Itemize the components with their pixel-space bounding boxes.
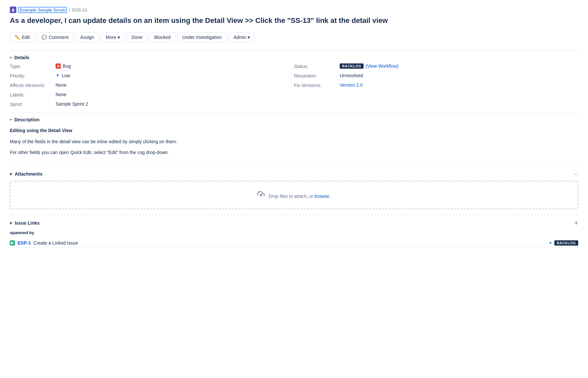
description-section-title: Description bbox=[14, 117, 40, 122]
details-left-col: Type: ■ Bug Priority: ▼ Low Affects Vers… bbox=[10, 63, 294, 107]
project-name-link[interactable]: Example Sample Scrum bbox=[18, 7, 67, 13]
type-value: ■ Bug bbox=[56, 63, 71, 69]
type-row: Type: ■ Bug bbox=[10, 63, 294, 69]
sprint-row: Sprint: Sample Sprint 2 bbox=[10, 101, 294, 107]
linked-issue-summary: Create a Linked Issue bbox=[33, 240, 546, 246]
svg-point-1 bbox=[12, 9, 14, 11]
sprint-label: Sprint: bbox=[10, 101, 56, 107]
breadcrumb-project: Example Sample Scrum bbox=[10, 7, 67, 13]
blocked-button[interactable]: Blocked bbox=[149, 32, 175, 42]
affects-version-label: Affects Version/s: bbox=[10, 82, 56, 88]
priority-value: ▼ Low bbox=[56, 73, 70, 78]
status-label: Status: bbox=[294, 63, 340, 69]
admin-button[interactable]: Admin ▾ bbox=[229, 32, 255, 42]
upload-cloud-icon bbox=[257, 191, 265, 199]
issue-links-section-header: ▾ Issue Links + bbox=[10, 215, 578, 230]
attachments-more-icon[interactable]: ··· bbox=[573, 171, 578, 178]
assign-button[interactable]: Assign bbox=[75, 32, 99, 42]
issue-title: As a developer, I can update details on … bbox=[10, 16, 451, 26]
labels-row: Labels: None bbox=[10, 92, 294, 97]
labels-value: None bbox=[56, 92, 66, 97]
priority-row: Priority: ▼ Low bbox=[10, 73, 294, 78]
details-grid: Type: ■ Bug Priority: ▼ Low Affects Vers… bbox=[10, 63, 578, 112]
issue-key-breadcrumb[interactable]: ESS-13 bbox=[72, 8, 87, 12]
edit-icon: ✏️ bbox=[15, 35, 20, 40]
affects-version-row: Affects Version/s: None bbox=[10, 82, 294, 88]
view-workflow-link[interactable]: (View Workflow) bbox=[366, 63, 399, 69]
status-row: Status: BACKLOG (View Workflow) bbox=[294, 63, 578, 69]
description-paragraph-1: Many of the fields in the detail view ca… bbox=[10, 138, 578, 145]
comment-icon: 💬 bbox=[41, 35, 47, 40]
admin-chevron-icon: ▾ bbox=[248, 35, 250, 40]
details-section: ▾ Details Type: ■ Bug Priority: ▼ Low Af… bbox=[10, 50, 578, 112]
description-chevron-icon: ▾ bbox=[10, 117, 12, 122]
done-button[interactable]: Done bbox=[127, 32, 147, 42]
project-avatar bbox=[10, 7, 16, 13]
resolution-row: Resolution: Unresolved bbox=[294, 73, 578, 78]
spawned-by-label: spawned by bbox=[10, 230, 578, 235]
resolution-value: Unresolved bbox=[340, 73, 363, 78]
status-badge: BACKLOG bbox=[340, 63, 364, 69]
linked-issue-status-badge: BACKLOG bbox=[554, 240, 578, 246]
issue-links-section: ▾ Issue Links + spawned by ▶ ESP-1 Creat… bbox=[10, 215, 578, 254]
browse-link[interactable]: browse bbox=[315, 194, 329, 199]
fix-version-row: Fix Version/s: Version 2.0 bbox=[294, 82, 578, 88]
linked-issue-status: ▼ BACKLOG bbox=[548, 240, 578, 246]
fix-version-value[interactable]: Version 2.0 bbox=[340, 82, 363, 88]
linked-issue-row: ▶ ESP-1 Create a Linked Issue ▼ BACKLOG bbox=[10, 238, 578, 248]
details-right-col: Status: BACKLOG (View Workflow) Resoluti… bbox=[294, 63, 578, 107]
more-chevron-icon: ▾ bbox=[118, 35, 120, 40]
edit-button[interactable]: ✏️ Edit bbox=[10, 32, 35, 42]
comment-button[interactable]: 💬 Comment bbox=[37, 32, 74, 42]
breadcrumb-separator: / bbox=[69, 8, 70, 12]
description-paragraph-2: For other fields you can open Quick Edit… bbox=[10, 149, 578, 156]
issue-links-chevron-icon: ▾ bbox=[10, 220, 12, 226]
toolbar: ✏️ Edit 💬 Comment Assign More ▾ Done Blo… bbox=[10, 32, 578, 42]
issue-links-content: spawned by ▶ ESP-1 Create a Linked Issue… bbox=[10, 230, 578, 254]
resolution-label: Resolution: bbox=[294, 73, 340, 78]
linked-issue-key[interactable]: ESP-1 bbox=[18, 240, 31, 246]
add-issue-link-icon[interactable]: + bbox=[574, 219, 578, 227]
linked-issue-type-icon: ▶ bbox=[10, 240, 15, 246]
affects-version-value: None bbox=[56, 82, 66, 88]
priority-down-icon: ▼ bbox=[56, 73, 60, 78]
attachments-chevron-icon: ▾ bbox=[10, 171, 12, 177]
status-value: BACKLOG (View Workflow) bbox=[340, 63, 399, 69]
attachments-section: ▾ Attachments ··· Drop files to attach, … bbox=[10, 166, 578, 209]
svg-rect-2 bbox=[12, 11, 14, 12]
sprint-value: Sample Sprint 2 bbox=[56, 101, 88, 107]
linked-issue-status-chevron-icon[interactable]: ▼ bbox=[548, 241, 552, 245]
description-section-header[interactable]: ▾ Description bbox=[10, 112, 578, 126]
attachments-section-title: Attachments bbox=[15, 171, 42, 177]
drop-zone-text: Drop files to attach, or bbox=[269, 194, 313, 199]
details-section-title: Details bbox=[14, 55, 29, 60]
priority-label: Priority: bbox=[10, 73, 56, 78]
attachments-section-header: ▾ Attachments ··· bbox=[10, 166, 578, 181]
issue-links-section-title: Issue Links bbox=[15, 220, 40, 226]
description-content: Editing using the Detail View Many of th… bbox=[10, 126, 578, 166]
labels-label: Labels: bbox=[10, 92, 56, 97]
bug-icon: ■ bbox=[56, 63, 61, 69]
attachments-drop-zone[interactable]: Drop files to attach, or browse. bbox=[10, 181, 578, 209]
under-investigation-button[interactable]: Under Investigation bbox=[177, 32, 227, 42]
fix-version-label: Fix Version/s: bbox=[294, 82, 340, 88]
description-heading: Editing using the Detail View bbox=[10, 127, 578, 134]
type-label: Type: bbox=[10, 63, 56, 69]
breadcrumb: Example Sample Scrum / ESS-13 bbox=[10, 7, 578, 13]
more-button[interactable]: More ▾ bbox=[101, 32, 125, 42]
details-chevron-icon: ▾ bbox=[10, 55, 12, 60]
details-section-header[interactable]: ▾ Details bbox=[10, 50, 578, 63]
description-section: ▾ Description Editing using the Detail V… bbox=[10, 112, 578, 166]
